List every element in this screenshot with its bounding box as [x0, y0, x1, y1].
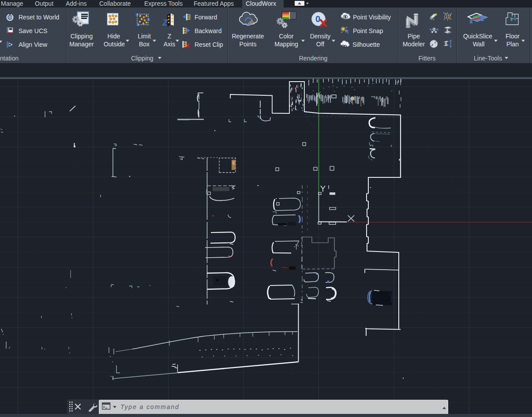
svg-text:Z: Z: [162, 18, 168, 27]
svg-text:0: 0: [315, 14, 320, 24]
svg-text:1: 1: [148, 18, 149, 21]
svg-text:3: 3: [137, 23, 139, 26]
svg-text:3: 3: [136, 13, 138, 16]
